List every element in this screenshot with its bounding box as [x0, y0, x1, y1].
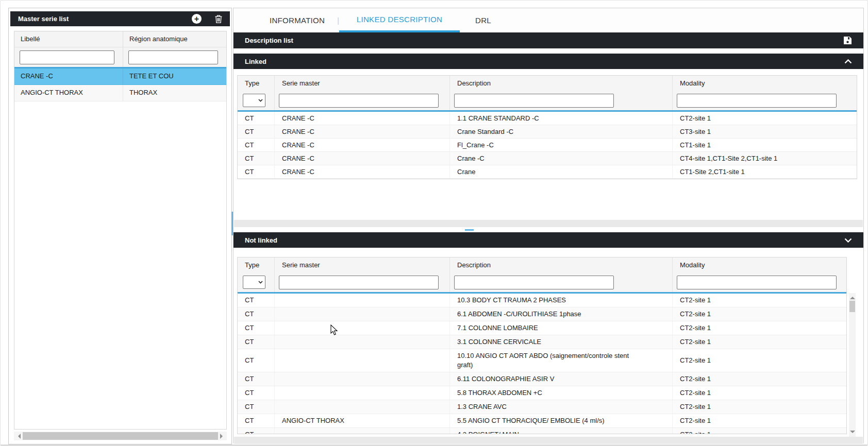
not-linked-grid-header: Type Serie master Description Modality [238, 258, 846, 273]
horizontal-scrollbar[interactable] [14, 432, 227, 440]
cell: 5.5 ANGIO CT THORACIQUE/ EMBOLIE (4 ml/s… [450, 414, 673, 427]
cell [275, 321, 450, 335]
cell: CRANE -C [275, 165, 450, 178]
serie-master-filter-input[interactable] [279, 276, 439, 289]
type-filter-select[interactable] [243, 276, 265, 289]
cell: 1.1 CRANE STANDARD -C [450, 112, 673, 125]
tab-linked-description[interactable]: LINKED DESCRIPTION [339, 8, 460, 32]
tab-drl[interactable]: DRL [460, 8, 506, 32]
not-linked-row[interactable]: CT10.3 BODY CT TRAUMA 2 PHASESCT2-site 1 [238, 294, 846, 307]
linked-grid-rows: CTCRANE -C1.1 CRANE STANDARD -CCT2-site … [238, 110, 857, 179]
column-header-type: Type [238, 76, 275, 91]
scroll-down-icon[interactable] [850, 431, 855, 436]
not-linked-row[interactable]: CT6.11 COLONOGRAPHIE ASIR VCT2-site 1 [238, 372, 846, 386]
type-filter-select[interactable] [243, 94, 265, 107]
not-linked-section-header[interactable]: Not linked [233, 232, 863, 248]
master-serie-row[interactable]: ANGIO-CT THORAXTHORAX [14, 85, 226, 101]
cell: CT [238, 414, 275, 427]
master-serie-header: Master serie list + [10, 11, 230, 26]
not-linked-row[interactable]: CT10.10 ANGIO CT AORT ABDO (saignement/c… [238, 349, 846, 372]
linked-row[interactable]: CTCRANE -CCraneCT1-Site 2,CT1-site 1 [238, 165, 857, 179]
column-header-description: Description [450, 258, 673, 273]
cell: CT3-site 1 [673, 125, 857, 138]
not-linked-grid: Type Serie master Description Modality [237, 257, 847, 434]
linked-bottom-strip [234, 220, 863, 227]
save-icon[interactable] [843, 36, 852, 45]
column-header-modality: Modality [673, 76, 857, 91]
linked-grid: Type Serie master Description Modality [237, 75, 857, 179]
linked-section-body: Type Serie master Description Modality [233, 69, 863, 227]
cell: Crane -C [450, 152, 673, 165]
not-linked-row[interactable]: CT7.1 COLONNE LOMBAIRECT2-site 1 [238, 321, 846, 335]
trash-icon[interactable] [215, 15, 222, 23]
cell: CT2-site 1 [673, 386, 846, 400]
chevron-down-icon[interactable] [844, 238, 852, 243]
cell: CT [238, 165, 275, 178]
plus-circle-icon[interactable]: + [192, 14, 202, 24]
master-serie-panel: Master serie list + Libellé Région anato… [8, 8, 232, 444]
cell: CT [238, 400, 275, 414]
cell: CT [238, 386, 275, 400]
description-filter-input[interactable] [454, 94, 614, 108]
not-linked-row[interactable]: CT6.1 ABDOMEN -C/UROLITHIASE 1phaseCT2-s… [238, 307, 846, 321]
cell: CT2-site 1 [673, 372, 846, 386]
cell [275, 335, 450, 349]
cell: 7.1 COLONNE LOMBAIRE [450, 321, 673, 335]
not-linked-row[interactable]: CT4.2 POIGNET/ MAINCT2-site 1 [238, 428, 846, 434]
linked-section-header[interactable]: Linked [233, 54, 863, 69]
cell: CT [238, 112, 275, 125]
linked-row[interactable]: CTCRANE -C1.1 CRANE STANDARD -CCT2-site … [238, 112, 857, 125]
scroll-right-icon[interactable] [220, 434, 225, 439]
not-linked-row[interactable]: CTANGIO-CT THORAX5.5 ANGIO CT THORACIQUE… [238, 414, 846, 428]
region-filter-input[interactable] [128, 50, 218, 64]
cell: 10.3 BODY CT TRAUMA 2 PHASES [450, 294, 673, 307]
spacer [233, 48, 863, 54]
linked-section-title: Linked [245, 58, 844, 65]
cell: CRANE -C [275, 139, 450, 151]
cell: Crane Standard -C [450, 125, 673, 138]
cell: CT2-site 1 [673, 321, 846, 335]
not-linked-grid-filter-row [238, 273, 846, 292]
cell: CT2-site 1 [673, 335, 846, 349]
scrollbar-thumb[interactable] [23, 432, 218, 440]
description-list-title: Description list [245, 37, 843, 44]
tab-information[interactable]: INFORMATION [257, 8, 337, 32]
linked-description-panel: INFORMATION | LINKED DESCRIPTION DRL Des… [233, 8, 864, 443]
not-linked-row[interactable]: CT5.8 THORAX ABDOMEN +CCT2-site 1 [238, 386, 846, 400]
scrollbar-thumb[interactable] [849, 301, 855, 312]
master-serie-row[interactable]: CRANE -CTETE ET COU [14, 68, 226, 85]
chevron-up-icon[interactable] [844, 59, 852, 64]
cell: TETE ET COU [123, 68, 226, 84]
not-linked-grid-rows: CT10.3 BODY CT TRAUMA 2 PHASESCT2-site 1… [238, 292, 846, 434]
linked-row[interactable]: CTCRANE -CCrane -CCT4-site 1,CT1-Site 2,… [238, 152, 857, 165]
cell: CRANE -C [275, 112, 450, 125]
vertical-scrollbar[interactable] [849, 293, 856, 437]
master-serie-title: Master serie list [18, 15, 192, 23]
modality-filter-input[interactable] [677, 276, 837, 289]
cell: THORAX [123, 85, 226, 101]
cell: CT [238, 428, 275, 434]
linked-grid-filter-row [238, 91, 857, 110]
not-linked-bottom-strip [234, 437, 863, 444]
tab-bar: INFORMATION | LINKED DESCRIPTION DRL [233, 8, 863, 32]
not-linked-row[interactable]: CT3.1 COLONNE CERVICALECT2-site 1 [238, 335, 846, 349]
scroll-up-icon[interactable] [850, 294, 855, 299]
linked-row[interactable]: CTCRANE -CCrane Standard -CCT3-site 1 [238, 125, 857, 139]
cell: ANGIO-CT THORAX [275, 414, 450, 427]
column-header-description: Description [450, 76, 673, 91]
scroll-left-icon[interactable] [15, 434, 21, 439]
master-grid-header: Libellé Région anatomique [14, 31, 226, 47]
description-filter-input[interactable] [454, 276, 614, 289]
serie-master-filter-input[interactable] [279, 94, 439, 108]
cell: CT [238, 349, 275, 372]
linked-row[interactable]: CTCRANE -CFl_Crane -CCT1-site 1 [238, 139, 857, 152]
horizontal-splitter-handle[interactable] [465, 229, 474, 231]
modality-filter-input[interactable] [677, 94, 837, 108]
libelle-filter-input[interactable] [20, 50, 114, 64]
cell: CT2-site 1 [673, 112, 857, 125]
not-linked-row[interactable]: CT1.3 CRANE AVCCT2-site 1 [238, 400, 846, 414]
cell [275, 428, 450, 434]
cell: CT [238, 372, 275, 386]
cell: Crane [450, 165, 673, 178]
cell: CRANE -C [275, 152, 450, 165]
